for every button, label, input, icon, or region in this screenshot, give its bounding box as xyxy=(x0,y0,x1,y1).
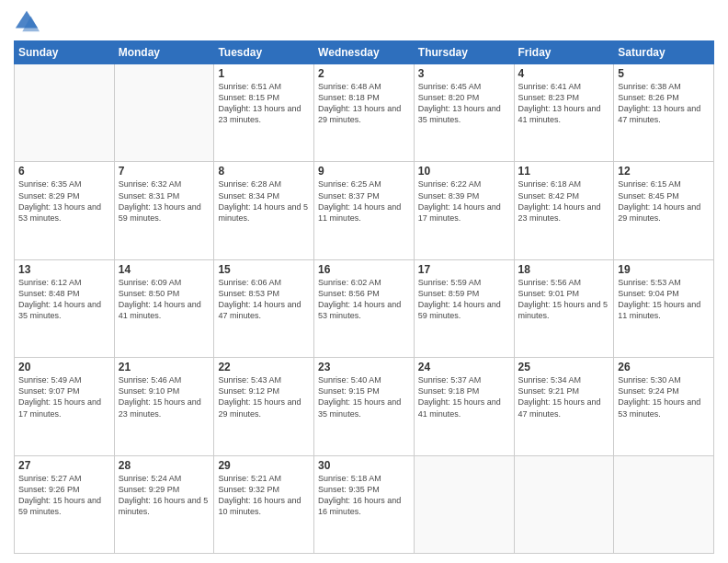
day-cell: 26Sunrise: 5:30 AMSunset: 9:24 PMDayligh… xyxy=(614,358,714,455)
day-info: Sunrise: 5:46 AMSunset: 9:10 PMDaylight:… xyxy=(119,374,210,419)
day-info: Sunrise: 5:27 AMSunset: 9:26 PMDaylight:… xyxy=(18,473,110,518)
day-number: 26 xyxy=(618,361,710,373)
calendar-table: SundayMondayTuesdayWednesdayThursdayFrid… xyxy=(14,40,714,554)
day-number: 20 xyxy=(18,361,110,373)
day-number: 14 xyxy=(119,263,210,276)
day-number: 8 xyxy=(218,165,310,178)
day-cell: 27Sunrise: 5:27 AMSunset: 9:26 PMDayligh… xyxy=(15,455,115,553)
day-info: Sunrise: 5:49 AMSunset: 9:07 PMDaylight:… xyxy=(18,374,110,419)
day-info: Sunrise: 6:15 AMSunset: 8:45 PMDaylight:… xyxy=(618,178,710,224)
week-row-1: 1Sunrise: 6:51 AMSunset: 8:15 PMDaylight… xyxy=(15,64,714,162)
weekday-header-saturday: Saturday xyxy=(614,41,714,64)
weekday-header-sunday: Sunday xyxy=(15,41,115,64)
weekday-header-thursday: Thursday xyxy=(414,41,514,64)
day-number: 5 xyxy=(618,67,710,80)
day-number: 27 xyxy=(18,459,110,472)
logo xyxy=(14,9,43,35)
day-info: Sunrise: 5:37 AMSunset: 9:18 PMDaylight:… xyxy=(418,374,510,419)
day-cell: 6Sunrise: 6:35 AMSunset: 8:29 PMDaylight… xyxy=(15,162,115,259)
day-info: Sunrise: 5:30 AMSunset: 9:24 PMDaylight:… xyxy=(618,374,710,419)
day-number: 29 xyxy=(218,459,310,472)
day-cell: 20Sunrise: 5:49 AMSunset: 9:07 PMDayligh… xyxy=(15,358,115,455)
day-cell xyxy=(414,455,514,553)
day-number: 17 xyxy=(418,263,510,276)
day-info: Sunrise: 6:02 AMSunset: 8:56 PMDaylight:… xyxy=(318,277,410,322)
day-cell: 5Sunrise: 6:38 AMSunset: 8:26 PMDaylight… xyxy=(614,64,714,162)
day-cell: 9Sunrise: 6:25 AMSunset: 8:37 PMDaylight… xyxy=(314,162,415,259)
day-info: Sunrise: 5:43 AMSunset: 9:12 PMDaylight:… xyxy=(218,374,310,419)
day-cell: 30Sunrise: 5:18 AMSunset: 9:35 PMDayligh… xyxy=(314,455,415,553)
day-number: 4 xyxy=(518,67,610,80)
day-info: Sunrise: 6:45 AMSunset: 8:20 PMDaylight:… xyxy=(418,81,510,126)
day-cell: 19Sunrise: 5:53 AMSunset: 9:04 PMDayligh… xyxy=(614,259,714,357)
day-number: 3 xyxy=(418,67,510,80)
day-cell: 29Sunrise: 5:21 AMSunset: 9:32 PMDayligh… xyxy=(214,455,314,553)
day-cell: 12Sunrise: 6:15 AMSunset: 8:45 PMDayligh… xyxy=(614,162,714,259)
weekday-header-row: SundayMondayTuesdayWednesdayThursdayFrid… xyxy=(15,41,714,64)
week-row-5: 27Sunrise: 5:27 AMSunset: 9:26 PMDayligh… xyxy=(15,455,714,553)
weekday-header-monday: Monday xyxy=(114,41,214,64)
day-cell xyxy=(514,455,614,553)
day-number: 1 xyxy=(218,67,310,80)
weekday-header-wednesday: Wednesday xyxy=(314,41,415,64)
day-info: Sunrise: 6:38 AMSunset: 8:26 PMDaylight:… xyxy=(618,81,710,126)
day-info: Sunrise: 6:41 AMSunset: 8:23 PMDaylight:… xyxy=(518,81,610,126)
day-cell: 11Sunrise: 6:18 AMSunset: 8:42 PMDayligh… xyxy=(514,162,614,259)
day-number: 11 xyxy=(518,165,610,178)
day-cell: 16Sunrise: 6:02 AMSunset: 8:56 PMDayligh… xyxy=(314,259,415,357)
day-cell xyxy=(614,455,714,553)
day-number: 28 xyxy=(119,459,210,472)
day-info: Sunrise: 6:32 AMSunset: 8:31 PMDaylight:… xyxy=(119,178,210,224)
day-cell: 22Sunrise: 5:43 AMSunset: 9:12 PMDayligh… xyxy=(214,358,314,455)
day-number: 12 xyxy=(618,165,710,178)
day-number: 9 xyxy=(318,165,410,178)
day-info: Sunrise: 6:51 AMSunset: 8:15 PMDaylight:… xyxy=(218,81,310,126)
day-info: Sunrise: 5:24 AMSunset: 9:29 PMDaylight:… xyxy=(119,473,210,518)
day-info: Sunrise: 5:34 AMSunset: 9:21 PMDaylight:… xyxy=(518,374,610,419)
day-number: 6 xyxy=(18,165,110,178)
day-cell: 1Sunrise: 6:51 AMSunset: 8:15 PMDaylight… xyxy=(214,64,314,162)
header xyxy=(14,9,714,35)
day-cell: 8Sunrise: 6:28 AMSunset: 8:34 PMDaylight… xyxy=(214,162,314,259)
logo-icon xyxy=(14,9,40,35)
page: SundayMondayTuesdayWednesdayThursdayFrid… xyxy=(0,0,728,563)
day-info: Sunrise: 6:06 AMSunset: 8:53 PMDaylight:… xyxy=(218,277,310,322)
day-number: 10 xyxy=(418,165,510,178)
day-info: Sunrise: 5:53 AMSunset: 9:04 PMDaylight:… xyxy=(618,277,710,322)
day-number: 22 xyxy=(218,361,310,373)
day-info: Sunrise: 6:22 AMSunset: 8:39 PMDaylight:… xyxy=(418,178,510,224)
day-cell: 25Sunrise: 5:34 AMSunset: 9:21 PMDayligh… xyxy=(514,358,614,455)
day-info: Sunrise: 6:18 AMSunset: 8:42 PMDaylight:… xyxy=(518,178,610,224)
day-number: 16 xyxy=(318,263,410,276)
day-cell: 13Sunrise: 6:12 AMSunset: 8:48 PMDayligh… xyxy=(15,259,115,357)
day-cell xyxy=(15,64,115,162)
day-cell: 15Sunrise: 6:06 AMSunset: 8:53 PMDayligh… xyxy=(214,259,314,357)
day-number: 24 xyxy=(418,361,510,373)
day-info: Sunrise: 6:28 AMSunset: 8:34 PMDaylight:… xyxy=(218,178,310,224)
day-info: Sunrise: 5:56 AMSunset: 9:01 PMDaylight:… xyxy=(518,277,610,322)
day-info: Sunrise: 6:48 AMSunset: 8:18 PMDaylight:… xyxy=(318,81,410,126)
day-cell: 10Sunrise: 6:22 AMSunset: 8:39 PMDayligh… xyxy=(414,162,514,259)
day-info: Sunrise: 6:09 AMSunset: 8:50 PMDaylight:… xyxy=(119,277,210,322)
day-cell xyxy=(114,64,214,162)
day-info: Sunrise: 5:18 AMSunset: 9:35 PMDaylight:… xyxy=(318,473,410,518)
day-number: 18 xyxy=(518,263,610,276)
day-cell: 17Sunrise: 5:59 AMSunset: 8:59 PMDayligh… xyxy=(414,259,514,357)
weekday-header-friday: Friday xyxy=(514,41,614,64)
week-row-3: 13Sunrise: 6:12 AMSunset: 8:48 PMDayligh… xyxy=(15,259,714,357)
day-number: 13 xyxy=(18,263,110,276)
week-row-4: 20Sunrise: 5:49 AMSunset: 9:07 PMDayligh… xyxy=(15,358,714,455)
day-number: 19 xyxy=(618,263,710,276)
week-row-2: 6Sunrise: 6:35 AMSunset: 8:29 PMDaylight… xyxy=(15,162,714,259)
day-info: Sunrise: 6:12 AMSunset: 8:48 PMDaylight:… xyxy=(18,277,110,322)
day-number: 30 xyxy=(318,459,410,472)
day-cell: 2Sunrise: 6:48 AMSunset: 8:18 PMDaylight… xyxy=(314,64,415,162)
day-number: 23 xyxy=(318,361,410,373)
day-number: 2 xyxy=(318,67,410,80)
day-number: 21 xyxy=(119,361,210,373)
day-cell: 28Sunrise: 5:24 AMSunset: 9:29 PMDayligh… xyxy=(114,455,214,553)
day-info: Sunrise: 6:25 AMSunset: 8:37 PMDaylight:… xyxy=(318,178,410,224)
day-info: Sunrise: 5:21 AMSunset: 9:32 PMDaylight:… xyxy=(218,473,310,518)
day-cell: 24Sunrise: 5:37 AMSunset: 9:18 PMDayligh… xyxy=(414,358,514,455)
day-number: 25 xyxy=(518,361,610,373)
